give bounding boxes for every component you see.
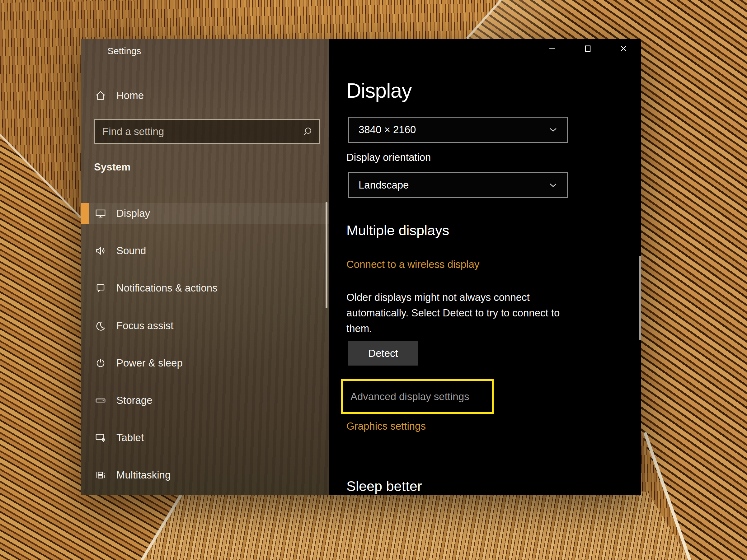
search-icon: [301, 125, 313, 138]
detect-description-line: them.: [346, 321, 560, 336]
screen: Settings Home System: [0, 0, 747, 560]
content-pane: Display 3840 × 2160 Display orientation …: [329, 39, 641, 495]
search-box: [94, 119, 320, 144]
sidebar-item-tablet[interactable]: Tablet: [81, 427, 329, 448]
storage-icon: [95, 395, 106, 406]
minimize-icon: [547, 43, 558, 55]
sidebar-item-label: Focus assist: [117, 320, 173, 331]
orientation-dropdown[interactable]: Landscape: [348, 172, 568, 198]
page-title: Display: [346, 79, 411, 102]
multiple-displays-heading: Multiple displays: [346, 222, 449, 239]
detect-description-line: Older displays might not always connect: [346, 290, 560, 305]
detect-description: Older displays might not always connect …: [346, 290, 560, 336]
detect-button[interactable]: Detect: [348, 341, 418, 366]
sidebar-scrollbar[interactable]: [326, 202, 328, 308]
sidebar-item-label: Display: [117, 208, 150, 219]
sidebar-section-system: System: [94, 161, 130, 173]
settings-window: Settings Home System: [81, 39, 641, 495]
search-input[interactable]: [95, 120, 319, 143]
sidebar-item-home[interactable]: Home: [81, 85, 329, 106]
home-icon: [95, 89, 106, 101]
window-caption-buttons: [535, 39, 641, 59]
sidebar-item-label: Home: [117, 89, 144, 101]
minimize-button[interactable]: [535, 39, 570, 59]
sidebar-item-label: Power & sleep: [117, 357, 183, 369]
sidebar-item-storage[interactable]: Storage: [81, 390, 329, 411]
selected-accent-bar: [81, 203, 89, 224]
sidebar-item-focus-assist[interactable]: Focus assist: [81, 315, 329, 336]
orientation-label: Display orientation: [346, 152, 431, 163]
orientation-value: Landscape: [359, 179, 409, 191]
sidebar-item-notifications[interactable]: Notifications & actions: [81, 277, 329, 299]
resolution-dropdown[interactable]: 3840 × 2160: [348, 117, 568, 143]
power-icon: [95, 357, 106, 369]
detect-description-line: automatically. Select Detect to try to c…: [346, 305, 560, 321]
graphics-settings-link[interactable]: Graphics settings: [346, 420, 426, 432]
highlight-annotation-box: Advanced display settings: [341, 379, 494, 414]
advanced-display-settings-link[interactable]: Advanced display settings: [351, 381, 469, 412]
sidebar-item-power-sleep[interactable]: Power & sleep: [81, 352, 329, 374]
sleep-better-heading: Sleep better: [346, 478, 422, 495]
focus-assist-icon: [95, 320, 106, 331]
sidebar-item-label: Tablet: [117, 432, 144, 444]
close-button[interactable]: [606, 39, 641, 59]
sidebar-item-label: Storage: [117, 395, 153, 406]
resolution-value: 3840 × 2160: [359, 124, 416, 136]
chevron-down-icon: [548, 180, 558, 190]
sidebar-item-sound[interactable]: Sound: [81, 240, 329, 261]
sidebar: Settings Home System: [81, 39, 329, 495]
notifications-icon: [95, 282, 106, 294]
sidebar-item-label: Sound: [117, 245, 146, 257]
display-icon: [95, 208, 106, 219]
sidebar-item-multitasking[interactable]: Multitasking: [81, 464, 329, 486]
sound-icon: [95, 245, 106, 257]
tablet-icon: [95, 432, 106, 444]
close-icon: [618, 43, 629, 55]
multitasking-icon: [95, 469, 106, 481]
chevron-down-icon: [548, 125, 558, 135]
window-title: Settings: [107, 46, 141, 56]
content-scrollbar[interactable]: [639, 256, 641, 340]
sidebar-item-label: Notifications & actions: [117, 282, 217, 294]
maximize-icon: [583, 43, 593, 55]
sidebar-item-display[interactable]: Display: [81, 203, 329, 224]
sidebar-item-label: Multitasking: [117, 469, 171, 481]
maximize-button[interactable]: [570, 39, 606, 59]
connect-wireless-display-link[interactable]: Connect to a wireless display: [346, 259, 479, 270]
